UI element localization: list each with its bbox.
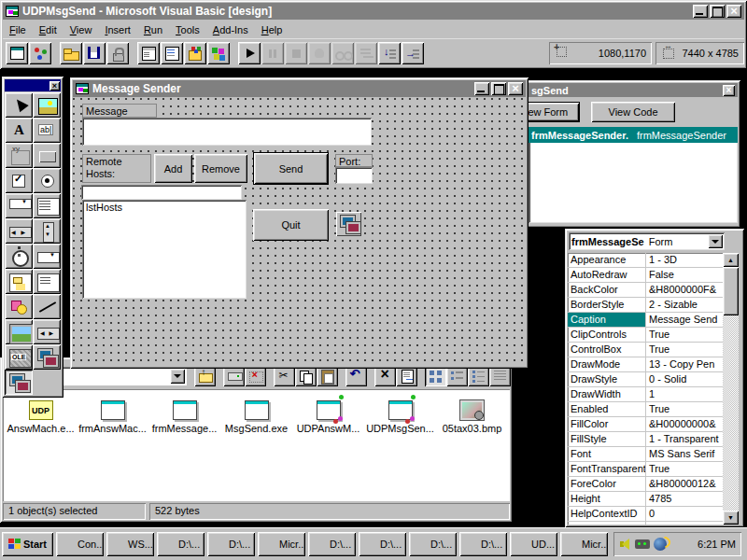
toolbox-control-button[interactable] [33, 118, 61, 143]
message-textbox[interactable] [82, 118, 372, 146]
toolbar-button[interactable] [83, 42, 106, 64]
dialup-icon[interactable] [654, 538, 667, 551]
taskbar-button[interactable]: D:\... [308, 532, 356, 556]
file-item[interactable]: 05tax03.bmp [436, 394, 508, 501]
project-close-icon[interactable]: × [723, 85, 735, 96]
property-row[interactable]: FillStyle 1 - Transparent [568, 432, 723, 447]
object-combo-dropdown-icon[interactable] [708, 234, 723, 248]
toolbar-button[interactable] [137, 42, 160, 64]
scrollbar-thumb[interactable] [723, 267, 739, 315]
toolbox-control-button[interactable] [33, 218, 61, 244]
menu-item[interactable]: Edit [33, 22, 63, 37]
explorer-toolbar-button[interactable] [425, 366, 446, 386]
remote-hosts-label[interactable]: Remote Hosts: [82, 154, 151, 183]
vb-title-bar[interactable]: UDPMsgSend - Microsoft Visual Basic [des… [3, 3, 744, 20]
toolbox-control-button[interactable] [5, 168, 33, 193]
explorer-toolbar-button[interactable] [223, 366, 245, 386]
view-form-button[interactable]: View Form [526, 102, 580, 122]
explorer-toolbar-button[interactable] [245, 366, 266, 386]
scroll-down-icon[interactable]: ▼ [723, 511, 739, 525]
toolbar-button[interactable] [106, 42, 129, 64]
property-row[interactable]: FontTransparent True [568, 462, 723, 477]
toolbox-control-button[interactable] [5, 319, 33, 344]
explorer-toolbar-button[interactable] [317, 366, 338, 386]
taskbar-button[interactable]: D:\... [359, 532, 406, 556]
toolbar-button[interactable] [308, 42, 331, 64]
toolbar-button[interactable] [6, 42, 28, 64]
toolbox-control-button[interactable] [5, 218, 33, 244]
property-row[interactable]: Height 4785 [568, 492, 723, 507]
toolbar-button[interactable] [331, 42, 354, 64]
menu-item[interactable]: Add-Ins [206, 22, 255, 37]
volume-icon[interactable] [619, 538, 631, 551]
property-row[interactable]: DrawWidth 1 [568, 387, 723, 402]
project-title-bar[interactable]: sgSend × [529, 83, 738, 97]
port-textbox[interactable] [335, 167, 373, 184]
property-row[interactable]: Appearance 1 - 3D [568, 253, 723, 268]
property-row[interactable]: BorderStyle 2 - Sizable [568, 298, 723, 313]
toolbox-title-bar[interactable]: × [5, 79, 61, 91]
toolbox-control-button[interactable] [5, 269, 33, 294]
toolbox-control-button[interactable] [33, 319, 61, 344]
explorer-toolbar-button[interactable] [396, 366, 417, 386]
toolbar-button[interactable] [161, 42, 183, 64]
toolbar-button[interactable] [29, 42, 51, 64]
toolbox-control-button[interactable] [5, 92, 33, 118]
message-label[interactable]: Message [82, 104, 157, 118]
toolbar-button[interactable] [285, 42, 307, 64]
taskbar-button[interactable]: WS... [106, 532, 154, 556]
toolbar-button[interactable] [60, 42, 82, 64]
explorer-toolbar-button[interactable] [295, 366, 317, 386]
property-row[interactable]: BackColor &H8000000F& [568, 283, 723, 298]
toolbox-close-icon[interactable]: × [49, 81, 60, 91]
property-row[interactable]: Enabled True [568, 402, 723, 417]
minimize-button[interactable] [693, 5, 708, 18]
property-row[interactable]: DrawStyle 0 - Solid [568, 372, 723, 387]
file-item[interactable]: MsgSend.exe [220, 394, 292, 501]
property-row[interactable]: ControlBox True [568, 343, 723, 357]
file-item[interactable]: UDPAnswM... [292, 394, 364, 501]
menu-item[interactable]: View [63, 22, 99, 37]
toolbox-control-button[interactable] [5, 143, 33, 168]
winsock-control[interactable] [336, 212, 361, 236]
file-item[interactable]: UDPMsgSen... [364, 394, 436, 501]
explorer-toolbar-button[interactable] [345, 366, 367, 386]
combo-dropdown-icon[interactable] [170, 369, 185, 384]
property-row[interactable]: ClipControls True [568, 328, 723, 343]
menu-item[interactable]: Insert [98, 22, 137, 37]
property-row[interactable]: ForeColor &H80000012& [568, 477, 723, 492]
file-item[interactable]: frmAnswMac... [77, 394, 148, 501]
hosts-listbox[interactable]: lstHosts [82, 200, 247, 299]
explorer-toolbar-button[interactable] [489, 366, 511, 386]
property-row[interactable]: Font MS Sans Serif [568, 447, 723, 462]
toolbox-control-button[interactable] [5, 370, 33, 395]
toolbox-control-button[interactable] [5, 244, 33, 269]
object-combo[interactable]: frmMessageSe Form [569, 232, 725, 250]
toolbar-button[interactable] [378, 42, 401, 64]
menu-item[interactable]: Run [137, 22, 169, 37]
taskbar-button[interactable]: UD... [510, 532, 557, 556]
taskbar-button[interactable]: Micr... [258, 532, 305, 556]
menu-item[interactable]: Tools [169, 22, 206, 37]
host-textbox[interactable] [81, 185, 242, 200]
clock[interactable]: 6:21 PM [670, 539, 736, 550]
start-button[interactable]: Start [2, 532, 53, 556]
property-row[interactable]: FillColor &H00000000& [568, 417, 723, 432]
project-item[interactable]: frmMessageSender. frmMessageSender [529, 127, 738, 143]
taskbar-button[interactable]: Con... [56, 532, 104, 556]
taskbar-button[interactable]: D:\... [157, 532, 204, 556]
toolbox-control-button[interactable] [33, 244, 61, 269]
taskbar-button[interactable]: D:\... [207, 532, 255, 556]
toolbox-control-button[interactable] [5, 118, 33, 143]
view-code-button[interactable]: View Code [591, 102, 675, 122]
menu-item[interactable]: Help [255, 22, 289, 37]
toolbox-control-button[interactable] [5, 294, 33, 319]
toolbar-button[interactable] [261, 42, 284, 64]
explorer-toolbar-button[interactable] [374, 366, 396, 386]
explorer-toolbar-button[interactable] [194, 366, 216, 386]
send-button[interactable]: Send [253, 152, 329, 185]
modem-icon[interactable] [635, 539, 650, 549]
explorer-toolbar-button[interactable] [274, 366, 295, 386]
toolbox-control-button[interactable] [33, 168, 61, 193]
toolbox-control-button[interactable] [33, 193, 61, 218]
